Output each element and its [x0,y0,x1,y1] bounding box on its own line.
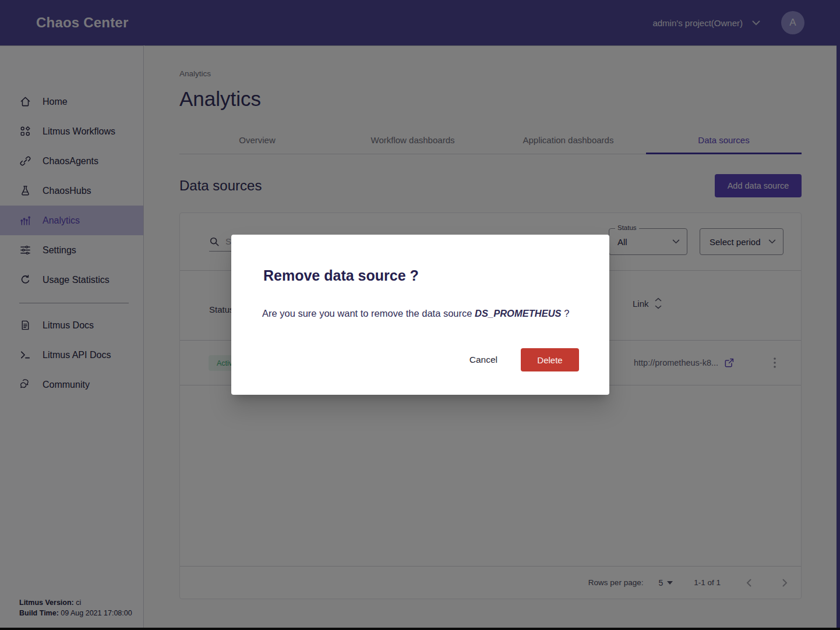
dialog-actions: Cancel Delete [470,348,579,371]
dialog-body: Are you sure you want to remove the data… [262,308,569,319]
remove-data-source-dialog: Remove data source ? Are you sure you wa… [231,235,609,395]
cancel-button[interactable]: Cancel [470,355,497,365]
dialog-body-text: Are you sure you want to remove the data… [262,308,475,318]
delete-button[interactable]: Delete [521,348,579,371]
chaos-center-app: Chaos Center admin's project(Owner) A Ho… [0,0,840,630]
dialog-title: Remove data source ? [263,267,419,284]
data-source-name: DS_PROMETHEUS [475,308,562,318]
dialog-body-suffix: ? [562,308,570,318]
